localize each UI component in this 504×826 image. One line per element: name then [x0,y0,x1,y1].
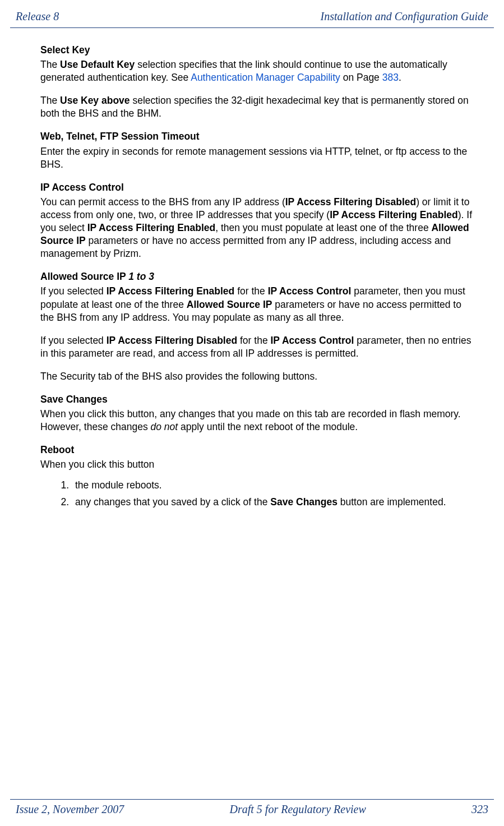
para-web-timeout: Enter the expiry in seconds for remote m… [40,145,476,171]
header-right-text: Installation and Configuration Guide [321,10,488,23]
text-fragment-bold: Allowed Source IP [187,299,272,310]
text-fragment-italic: do not [151,421,178,432]
text-fragment: The [40,59,60,70]
header-left-text: Release 8 [16,10,59,23]
text-fragment: The [40,95,60,106]
heading-select-key: Select Key [40,44,476,57]
heading-web-timeout: Web, Telnet, FTP Session Timeout [40,130,476,143]
para-select-key-1: The Use Default Key selection specifies … [40,58,476,84]
heading-allowed-source: Allowed Source IP 1 to 3 [40,270,476,283]
footer-divider [10,799,494,800]
text-fragment: . [399,72,401,83]
page-footer: Issue 2, November 2007 Draft 5 for Regul… [0,799,504,816]
text-fragment-bold: IP Access Filtering Disabled [107,335,237,346]
para-allowed-source-1: If you selected IP Access Filtering Enab… [40,285,476,324]
text-fragment-bold: IP Access Filtering Enabled [330,209,458,220]
text-fragment: for the [237,335,270,346]
page-header: Release 8 Installation and Configuration… [0,0,504,27]
heading-ip-access: IP Access Control [40,181,476,194]
para-select-key-2: The Use Key above selection specifies th… [40,94,476,120]
para-allowed-source-2: If you selected IP Access Filtering Disa… [40,334,476,360]
text-fragment: for the [234,285,267,297]
text-fragment: , then you must populate at least one of… [215,222,431,233]
footer-left-text: Issue 2, November 2007 [16,803,124,816]
text-fragment: parameters or have no access permitted f… [40,235,451,259]
list-item: the module reboots. [72,479,476,492]
text-fragment-bold: Save Changes [270,496,337,507]
reboot-steps-list: the module reboots. any changes that you… [40,479,476,508]
text-fragment: If you selected [40,285,107,297]
text-fragment-bold: IP Access Filtering Disabled [285,196,416,207]
text-fragment-bold: IP Access Filtering Enabled [87,222,216,233]
page-content: Select Key The Use Default Key selection… [0,28,504,509]
text-fragment-bold: IP Access Filtering Enabled [107,285,235,297]
para-ip-access: You can permit access to the BHS from an… [40,196,476,260]
text-fragment-bold: Use Key above [60,95,130,106]
text-fragment-bold: IP Access Control [270,335,354,346]
para-allowed-source-3: The Security tab of the BHS also provide… [40,370,476,383]
text-fragment: button are implemented. [337,496,446,507]
list-item: any changes that you saved by a click of… [72,496,476,509]
text-fragment: on Page [340,72,382,83]
link-page-383[interactable]: 383 [382,72,399,83]
text-fragment: Allowed Source IP [40,271,128,282]
heading-save-changes: Save Changes [40,393,476,406]
para-reboot: When you click this button [40,458,476,471]
link-auth-manager[interactable]: Authentication Manager Capability [191,72,340,83]
heading-reboot: Reboot [40,444,476,456]
text-fragment-bold: IP Access Control [268,285,352,297]
text-fragment: You can permit access to the BHS from an… [40,196,285,207]
footer-center-text: Draft 5 for Regulatory Review [230,803,366,816]
text-fragment: apply until the next reboot of the modul… [178,421,358,432]
para-save-changes: When you click this button, any changes … [40,408,476,433]
text-fragment: any changes that you saved by a click of… [75,496,270,507]
text-fragment-bold: Use Default Key [60,59,135,70]
footer-right-text: 323 [471,803,488,816]
text-fragment: If you selected [40,335,107,346]
text-fragment-italic: 1 to 3 [128,271,154,282]
